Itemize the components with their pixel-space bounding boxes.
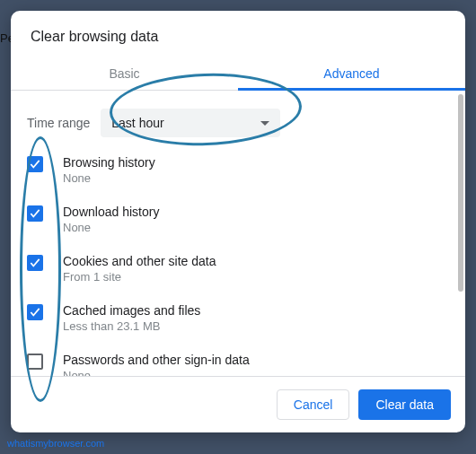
item-text: Cookies and other site dataFrom 1 site: [63, 254, 216, 284]
tab-advanced-label: Advanced: [323, 66, 379, 81]
list-item: Browsing historyNone: [27, 155, 451, 185]
attribution-text: whatismybrowser.com: [7, 438, 104, 449]
item-title: Browsing history: [63, 155, 155, 170]
tabs: Basic Advanced: [11, 56, 465, 91]
time-range-value: Last hour: [111, 116, 163, 130]
dialog-title: Clear browsing data: [11, 11, 465, 56]
clear-data-button-label: Clear data: [375, 397, 434, 412]
item-subtitle: Less than 23.1 MB: [63, 319, 200, 333]
time-range-row: Time range Last hour: [25, 109, 451, 137]
clear-browsing-data-dialog: Clear browsing data Basic Advanced Time …: [11, 11, 465, 432]
item-title: Cached images and files: [63, 303, 200, 318]
list-item: Download historyNone: [27, 205, 451, 234]
item-title: Cookies and other site data: [63, 254, 216, 268]
checkbox[interactable]: [27, 354, 43, 370]
list-item: Passwords and other sign-in dataNone: [27, 353, 451, 376]
item-subtitle: None: [63, 369, 250, 376]
cancel-button[interactable]: Cancel: [277, 389, 350, 420]
tab-basic-label: Basic: [109, 66, 139, 81]
item-text: Browsing historyNone: [63, 155, 155, 185]
cancel-button-label: Cancel: [294, 397, 333, 412]
item-text: Cached images and filesLess than 23.1 MB: [63, 303, 200, 333]
chevron-down-icon: [260, 121, 269, 126]
checkbox[interactable]: [27, 255, 43, 271]
item-text: Passwords and other sign-in dataNone: [63, 353, 250, 376]
item-title: Passwords and other sign-in data: [63, 353, 250, 367]
item-subtitle: None: [63, 221, 159, 234]
time-range-label: Time range: [27, 116, 90, 130]
time-range-select[interactable]: Last hour: [101, 109, 280, 137]
checkbox[interactable]: [27, 205, 43, 222]
dialog-footer: Cancel Clear data: [11, 376, 465, 432]
list-item: Cookies and other site dataFrom 1 site: [27, 254, 451, 284]
checkbox[interactable]: [27, 156, 43, 172]
item-subtitle: From 1 site: [63, 270, 216, 284]
clear-data-button[interactable]: Clear data: [358, 389, 451, 420]
item-text: Download historyNone: [63, 205, 159, 234]
checkbox[interactable]: [27, 304, 43, 320]
list-item: Cached images and filesLess than 23.1 MB: [27, 303, 451, 333]
tab-basic[interactable]: Basic: [11, 56, 238, 90]
item-subtitle: None: [63, 171, 155, 185]
tab-advanced[interactable]: Advanced: [238, 56, 465, 90]
dialog-body: Time range Last hour Browsing historyNon…: [11, 91, 465, 376]
scrollbar[interactable]: [458, 94, 463, 292]
items-list: Browsing historyNoneDownload historyNone…: [27, 155, 451, 376]
item-title: Download history: [63, 205, 159, 219]
